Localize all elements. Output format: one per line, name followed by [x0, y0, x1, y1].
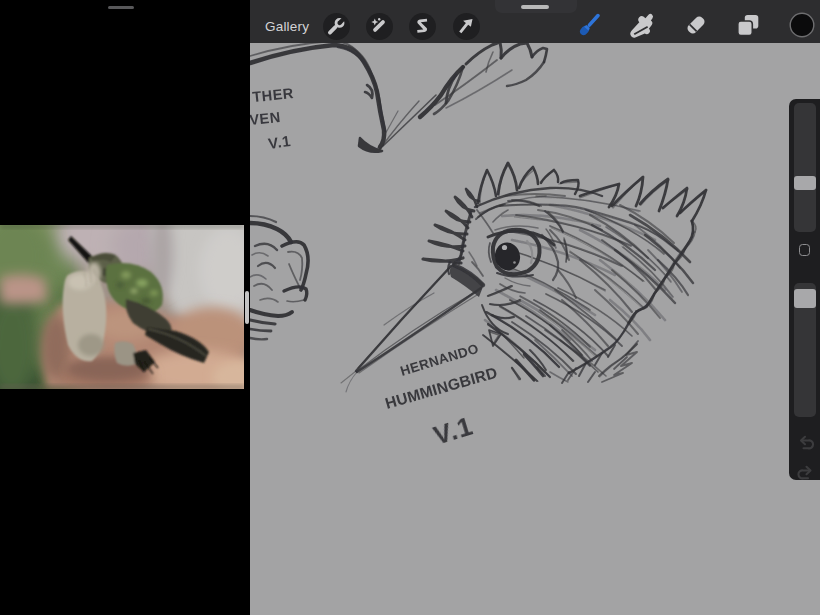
svg-text:V.1: V.1	[430, 410, 477, 450]
svg-text:V.1: V.1	[267, 132, 292, 152]
svg-text:THER: THER	[252, 85, 295, 105]
svg-text:VEN: VEN	[250, 109, 281, 128]
